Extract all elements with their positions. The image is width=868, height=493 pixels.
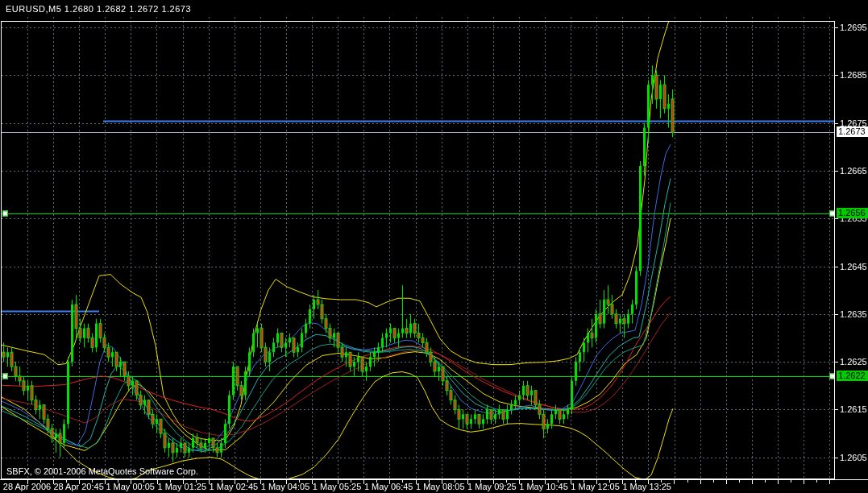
time-axis-label: 1 May 09:25 xyxy=(467,482,517,491)
time-axis-label: 1 May 13:25 xyxy=(622,482,671,491)
time-axis-label: 1 May 00:05 xyxy=(106,482,155,491)
chart-symbol-title: EURUSD,M5 1.2680 1.2682 1.2672 1.2673 xyxy=(6,4,191,14)
time-axis-label: 1 May 02:45 xyxy=(210,482,259,491)
copyright-text: SBFX, © 2001-2006 MetaQuotes Software Co… xyxy=(6,466,198,476)
time-axis-label: 28 Apr 20:45 xyxy=(53,482,103,491)
time-axis-label: 1 May 08:05 xyxy=(416,482,465,491)
time-axis-label: 1 May 05:25 xyxy=(313,482,362,491)
price-chart-canvas[interactable] xyxy=(0,0,868,493)
time-axis-label: 1 May 12:05 xyxy=(571,482,620,491)
price-axis-label: 1.2645 xyxy=(840,262,867,271)
level-price-badge: 1.2622 xyxy=(837,371,868,381)
mt4-chart-window: EURUSD,M5 1.2680 1.2682 1.2672 1.2673 1.… xyxy=(0,0,868,493)
time-axis-label: 1 May 04:05 xyxy=(261,482,310,491)
price-axis-label: 1.2665 xyxy=(840,166,867,176)
price-axis-label: 1.2625 xyxy=(840,357,867,367)
level-price-badge: 1.2656 xyxy=(837,208,868,218)
current-price-badge: 1.2673 xyxy=(837,126,868,137)
price-axis-label: 1.2635 xyxy=(840,309,867,319)
price-axis-label: 1.2605 xyxy=(840,453,867,462)
time-axis-label: 1 May 06:45 xyxy=(364,482,413,491)
time-axis-label: 28 Apr 2006 xyxy=(3,482,51,491)
time-axis-label: 1 May 01:25 xyxy=(158,482,207,491)
time-axis-label: 1 May 10:45 xyxy=(519,482,568,491)
price-axis-label: 1.2685 xyxy=(840,70,867,80)
price-axis-label: 1.2695 xyxy=(840,23,867,32)
price-axis-label: 1.2615 xyxy=(840,404,867,414)
